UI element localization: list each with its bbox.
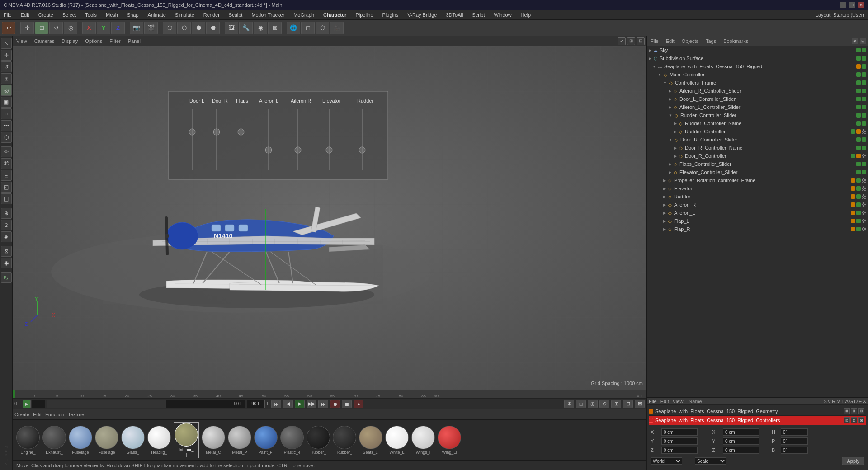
r-dot[interactable] <box>862 137 866 142</box>
tool-texture-axis[interactable]: ⊠ <box>1 246 12 257</box>
point-mode[interactable]: ⬡ <box>177 22 191 34</box>
tool-material[interactable]: ◉ <box>1 258 12 268</box>
render-active[interactable]: 🎬 <box>144 22 158 34</box>
tree-item-door-l-slider[interactable]: ▶ ◇ Door_L_Controller_Slider <box>647 95 868 103</box>
expand-arrow[interactable]: ▶ <box>663 227 666 231</box>
visibility-dot[interactable] <box>856 48 861 52</box>
tree-item-subdiv[interactable]: ▶ ⬡ Subdivision Surface <box>647 54 868 62</box>
menu-character[interactable]: Character <box>321 11 348 19</box>
parent-btn[interactable]: ⬡ <box>316 22 329 34</box>
y2-input[interactable] <box>723 437 759 445</box>
tool-scale[interactable]: ⊞ <box>1 73 12 84</box>
obj-mode[interactable]: ⬡ <box>163 22 176 34</box>
material-engine[interactable]: Engine_ <box>16 426 40 455</box>
material-white[interactable]: White_L <box>385 426 409 455</box>
expand-arrow[interactable]: ▼ <box>663 81 667 85</box>
v-dot[interactable] <box>856 89 861 93</box>
render-dot[interactable] <box>862 64 866 69</box>
vt-display[interactable]: Display <box>60 38 80 44</box>
b-input[interactable] <box>781 446 808 454</box>
p-input[interactable] <box>781 437 808 445</box>
tool-move[interactable]: ✛ <box>1 50 12 61</box>
extra-dot[interactable] <box>862 227 866 231</box>
world-btn[interactable]: 🌐 <box>287 22 300 34</box>
extra-dot[interactable] <box>862 178 866 183</box>
menu-window[interactable]: Window <box>492 11 513 19</box>
z2-input[interactable] <box>723 446 759 454</box>
menu-script[interactable]: Script <box>470 11 486 19</box>
frame-slider[interactable]: 90 F <box>47 400 245 408</box>
minimize-button[interactable]: ─ <box>840 2 846 8</box>
y-input[interactable] <box>661 437 698 445</box>
ctrl-btn1[interactable]: ⊠ <box>844 417 850 423</box>
material-metal-c[interactable]: Metal_C <box>202 426 225 455</box>
r-dot[interactable] <box>862 121 866 126</box>
menu-mesh[interactable]: Mesh <box>104 11 120 19</box>
vt-options[interactable]: Options <box>83 38 104 44</box>
menu-tools[interactable]: Tools <box>83 11 99 19</box>
apply-button[interactable]: Apply <box>842 457 864 465</box>
material-seats[interactable]: Seats_Li <box>359 426 382 455</box>
expand-arrow[interactable]: ▶ <box>669 162 671 166</box>
auto-key-btn[interactable]: ⏹ <box>342 400 352 408</box>
material-exhaust[interactable]: Exhaust_ <box>42 426 66 455</box>
tool-rotate[interactable]: ↺ <box>1 61 12 72</box>
x-axis[interactable]: X <box>82 22 96 34</box>
tool-weld[interactable]: ◈ <box>1 231 12 242</box>
om-edit[interactable]: Edit <box>664 38 676 44</box>
tool-circle-sel[interactable]: ○ <box>1 108 12 119</box>
h-input[interactable] <box>781 428 808 436</box>
extra-dot[interactable] <box>862 202 866 207</box>
material-fuselage-tan[interactable]: Fuselage <box>95 426 118 455</box>
v-dot[interactable] <box>851 154 855 158</box>
expand-arrow[interactable]: ▶ <box>674 154 677 158</box>
expand-arrow[interactable]: ▶ <box>663 203 666 207</box>
menu-help[interactable]: Help <box>519 11 533 19</box>
transport-5[interactable]: ⊞ <box>611 400 621 408</box>
tool-extrude[interactable]: ◱ <box>1 182 12 193</box>
transport-7[interactable]: ⊠ <box>635 400 645 408</box>
expand-arrow[interactable]: ▶ <box>674 130 677 134</box>
tool-arrow[interactable]: ↖ <box>1 38 12 49</box>
v-dot[interactable] <box>851 219 855 223</box>
v-dot[interactable] <box>856 162 861 166</box>
tree-item-aileron-l[interactable]: ▶ ◇ Aileron_L <box>647 209 868 217</box>
tree-item-seaplane[interactable]: ▼ LO Seaplane_with_Floats_Cessna_150_Rig… <box>647 62 868 70</box>
tool-bevel[interactable]: ◫ <box>1 193 12 204</box>
expand-arrow[interactable]: ▼ <box>652 65 656 69</box>
expand-arrow[interactable]: ▶ <box>674 146 677 150</box>
r-dot[interactable] <box>856 202 861 207</box>
material-headlight[interactable]: Headlig_ <box>147 426 171 455</box>
menu-plugins[interactable]: Plugins <box>381 11 401 19</box>
edge-mode[interactable]: ⬢ <box>192 22 205 34</box>
close-button[interactable]: ✕ <box>858 2 864 8</box>
expand-arrow[interactable]: ▼ <box>669 138 672 142</box>
current-frame-input[interactable] <box>32 400 45 408</box>
r-dot[interactable] <box>856 129 861 134</box>
v-dot[interactable] <box>856 80 861 85</box>
material-wings[interactable]: Wings_I <box>411 426 435 455</box>
v-dot[interactable] <box>856 170 861 174</box>
record2-btn[interactable]: ● <box>354 400 363 408</box>
extra-dot[interactable] <box>862 154 866 158</box>
render-dot[interactable] <box>862 72 866 77</box>
extra-dot[interactable] <box>862 211 866 215</box>
material-glass[interactable]: Glass_ <box>121 426 145 455</box>
x-input[interactable] <box>661 428 698 436</box>
expand-arrow[interactable]: ▶ <box>663 195 666 199</box>
transport-6[interactable]: ⊟ <box>623 400 633 408</box>
v-dot[interactable] <box>856 97 861 101</box>
visibility-dot[interactable] <box>856 72 861 77</box>
expand-arrow[interactable]: ▶ <box>663 211 666 215</box>
menu-file[interactable]: File <box>2 11 14 19</box>
menu-snap[interactable]: Snap <box>125 11 141 19</box>
tree-item-prop-frame[interactable]: ▶ ◇ Propeller_Rotation_controller_Frame <box>647 176 868 184</box>
live-selection[interactable]: ◎ <box>64 22 77 34</box>
tree-item-rudder-ctrl[interactable]: ▶ ◇ Rudder_Controller <box>647 127 868 136</box>
local-btn[interactable]: ◻ <box>301 22 315 34</box>
om-icon1[interactable]: ⊕ <box>852 38 858 44</box>
tool-rect-sel[interactable]: ▣ <box>1 97 12 108</box>
material-rubber2[interactable]: Rubber_ <box>333 426 356 455</box>
maximize-button[interactable]: □ <box>849 2 855 8</box>
expand-arrow[interactable]: ▶ <box>663 179 666 183</box>
